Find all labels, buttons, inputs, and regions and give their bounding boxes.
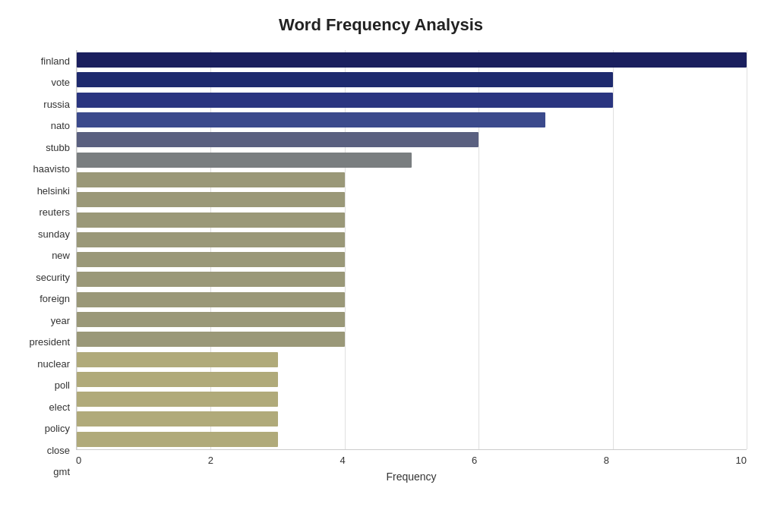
y-label: nato xyxy=(15,116,70,136)
bar xyxy=(77,153,412,168)
chart-area: finlandvoterussianatostubbhaavistohelsin… xyxy=(15,50,747,483)
y-label: finland xyxy=(15,51,70,71)
bar xyxy=(77,252,345,267)
bar xyxy=(77,93,613,108)
y-label: reuters xyxy=(15,203,70,222)
x-tick: 10 xyxy=(736,455,747,466)
bar xyxy=(77,192,345,207)
bar xyxy=(77,312,345,327)
bar-row xyxy=(77,389,747,409)
bar-row xyxy=(77,70,747,90)
x-tick: 8 xyxy=(604,455,609,466)
y-label: russia xyxy=(15,94,70,114)
bar xyxy=(77,272,345,287)
bar xyxy=(77,432,278,447)
y-label: new xyxy=(15,246,70,266)
bar xyxy=(77,212,345,228)
bar-row xyxy=(77,430,747,449)
bar-row xyxy=(77,269,747,289)
y-label: president xyxy=(15,332,70,352)
y-label: year xyxy=(15,310,70,330)
y-label: elect xyxy=(15,397,70,417)
bars-area xyxy=(76,50,747,450)
bar-row xyxy=(77,190,747,209)
y-label: nuclear xyxy=(15,354,70,373)
y-label: foreign xyxy=(15,289,70,309)
bar-row xyxy=(77,350,747,370)
bar-row xyxy=(77,310,747,329)
bar xyxy=(77,232,345,247)
bar xyxy=(77,352,278,367)
y-label: security xyxy=(15,267,70,287)
y-axis: finlandvoterussianatostubbhaavistohelsin… xyxy=(15,50,76,483)
bar-row xyxy=(77,90,747,110)
y-label: sunday xyxy=(15,224,70,244)
bar-row xyxy=(77,170,747,190)
bar-row xyxy=(77,150,747,170)
bar xyxy=(77,172,345,187)
bar xyxy=(77,332,345,347)
bar-row xyxy=(77,250,747,269)
y-label: gmt xyxy=(15,462,70,482)
bar xyxy=(77,292,345,307)
grid-line xyxy=(747,50,747,449)
bar xyxy=(77,392,278,407)
chart-title: Word Frequency Analysis xyxy=(15,15,747,35)
bar xyxy=(77,52,747,68)
x-tick: 0 xyxy=(76,455,81,466)
bar xyxy=(77,411,278,427)
bar-row xyxy=(77,290,747,310)
bar-row xyxy=(77,210,747,230)
x-axis-label: Frequency xyxy=(76,471,747,483)
bar-row xyxy=(77,370,747,389)
y-label: vote xyxy=(15,73,70,93)
bar-row xyxy=(77,110,747,130)
bar-row xyxy=(77,409,747,429)
y-label: stubb xyxy=(15,137,70,157)
bar-row xyxy=(77,130,747,150)
y-label: poll xyxy=(15,376,70,395)
y-label: haavisto xyxy=(15,159,70,179)
y-label: policy xyxy=(15,419,70,439)
bar xyxy=(77,72,613,87)
bar xyxy=(77,372,278,387)
y-label: helsinki xyxy=(15,181,70,200)
bar xyxy=(77,112,545,127)
chart-container: Word Frequency Analysis finlandvoterussi… xyxy=(0,0,777,532)
x-tick: 6 xyxy=(472,455,477,466)
bar xyxy=(77,132,479,147)
bar-row xyxy=(77,50,747,70)
bar-row xyxy=(77,230,747,250)
y-label: close xyxy=(15,440,70,460)
x-tick: 4 xyxy=(340,455,345,466)
x-tick: 2 xyxy=(208,455,213,466)
bar-row xyxy=(77,329,747,349)
